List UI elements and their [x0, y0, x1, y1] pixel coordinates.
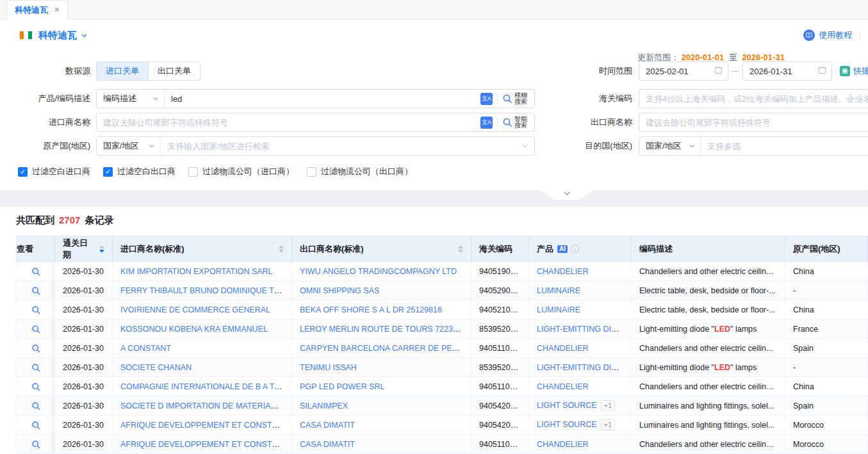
- product-keyword-input[interactable]: [165, 90, 480, 108]
- filter-checkbox[interactable]: ✓过滤空白进口商: [18, 166, 90, 177]
- info-icon[interactable]: i: [571, 245, 579, 253]
- cell-hs-code: 9405420000: [471, 416, 529, 435]
- checkbox-icon[interactable]: ✓: [18, 167, 28, 177]
- view-detail-icon[interactable]: [31, 325, 40, 334]
- exporter-link[interactable]: BEKA OFF SHORE S A L DR 25129816: [300, 305, 442, 314]
- importer-name-input[interactable]: [97, 113, 480, 131]
- checkbox-icon[interactable]: [188, 167, 198, 177]
- cell-description: Chandeliers and other electric ceiling..…: [632, 262, 785, 281]
- more-products-badge[interactable]: +1: [601, 419, 616, 430]
- column-header[interactable]: 出口商名称(标准): [292, 236, 471, 262]
- exporter-name-field[interactable]: [639, 113, 868, 132]
- exporter-link[interactable]: PGP LED POWER SRL: [300, 382, 384, 391]
- exporter-name-input[interactable]: [639, 113, 868, 131]
- filter-checkbox[interactable]: 过滤物流公司（进口商）: [188, 166, 294, 177]
- exporter-link[interactable]: YIWU ANGELO TRADINGCOMPAGNY LTD: [300, 267, 457, 276]
- sort-control[interactable]: [99, 245, 104, 253]
- importer-link[interactable]: A CONSTANT: [120, 344, 171, 353]
- exporter-link[interactable]: CARPYEN BARCELONA CARRER DE PERE IV: [300, 344, 471, 353]
- exporter-link[interactable]: OMNI SHIPPING SAS: [300, 286, 379, 295]
- cell-origin: -: [785, 281, 868, 300]
- checkbox-icon[interactable]: ✓: [103, 167, 113, 177]
- divider: [497, 93, 498, 104]
- chevron-down-icon[interactable]: [81, 32, 88, 39]
- destination-country-select[interactable]: 国家/地区: [639, 137, 701, 155]
- hs-code-field[interactable]: [639, 89, 868, 108]
- view-detail-icon[interactable]: [31, 382, 40, 391]
- product-link[interactable]: LUMINAIRE: [537, 305, 580, 314]
- exporter-link[interactable]: LEROY MERLIN ROUTE DE TOURS 72230 M: [300, 325, 466, 334]
- importer-link[interactable]: KIM IMPORTATION EXPORTATION SARL: [120, 267, 273, 276]
- importer-link[interactable]: COMPAGNIE INTERNATIONALE DE B A T E R: [120, 382, 290, 391]
- product-link[interactable]: LUMINAIRE: [537, 286, 580, 295]
- hs-code-label: 海关编码: [580, 93, 639, 104]
- tab-cote-divoire[interactable]: 科特迪瓦 ✕: [6, 0, 68, 20]
- tab-label: 科特迪瓦: [15, 4, 48, 16]
- quick-select-icon: [840, 66, 850, 76]
- product-link[interactable]: LIGHT-EMITTING DIODE: [537, 363, 628, 372]
- translate-icon[interactable]: 文A: [480, 117, 493, 129]
- exporter-link[interactable]: CASA DIMATIT: [300, 421, 355, 430]
- importer-link[interactable]: FERRY THIBAULT BRUNO DOMINIQUE THO...: [120, 286, 292, 295]
- product-type-select[interactable]: 编码描述: [97, 90, 165, 108]
- view-detail-icon[interactable]: [31, 421, 40, 430]
- view-detail-icon[interactable]: [31, 305, 40, 314]
- cell-exporter: YIWU ANGELO TRADINGCOMPAGNY LTD: [292, 262, 471, 281]
- view-detail-icon[interactable]: [31, 401, 40, 410]
- date-to-field[interactable]: [742, 61, 832, 81]
- view-detail-icon[interactable]: [31, 363, 40, 372]
- product-link[interactable]: CHANDELIER: [537, 382, 589, 391]
- column-header: 海关编码: [471, 236, 529, 262]
- destination-country-input[interactable]: [701, 137, 868, 155]
- importer-link[interactable]: SOCIETE CHANAN: [120, 363, 192, 372]
- origin-country-select[interactable]: 国家/地区: [97, 137, 161, 155]
- product-link[interactable]: CHANDELIER: [537, 344, 589, 353]
- fuzzy-search-button[interactable]: 模糊搜索: [502, 92, 534, 105]
- date-from-field[interactable]: [639, 61, 728, 81]
- translate-icon[interactable]: 文A: [480, 93, 493, 105]
- product-link[interactable]: CHANDELIER: [537, 440, 589, 449]
- filter-checkbox[interactable]: ✓过滤空白出口商: [103, 166, 176, 177]
- view-detail-icon[interactable]: [31, 286, 40, 295]
- table-row: 2026-01-30A CONSTANTCARPYEN BARCELONA CA…: [17, 339, 868, 358]
- importer-link[interactable]: AFRIQUE DEVELOPPEMENT ET CONSTRUCT...: [120, 421, 292, 430]
- importer-link[interactable]: AFRIQUE DEVELOPPEMENT ET CONSTRUCT...: [120, 440, 292, 449]
- chevron-down-icon[interactable]: [521, 142, 528, 151]
- cell-exporter: OMNI SHIPPING SAS: [292, 281, 471, 300]
- view-detail-icon[interactable]: [31, 344, 40, 353]
- product-link[interactable]: LIGHT SOURCE: [537, 401, 597, 410]
- filter-checkbox[interactable]: 过滤物流公司（出口商）: [307, 166, 413, 177]
- product-link[interactable]: LIGHT-EMITTING DIODE: [537, 325, 628, 334]
- view-detail-icon[interactable]: [31, 267, 40, 276]
- exporter-link[interactable]: CASA DIMATIT: [300, 440, 355, 449]
- date-to-input[interactable]: [743, 62, 818, 80]
- date-from-input[interactable]: [639, 62, 714, 80]
- checkbox-icon[interactable]: [307, 167, 316, 177]
- product-link[interactable]: LIGHT SOURCE: [537, 420, 597, 429]
- exporter-link[interactable]: SILANIMPEX: [300, 401, 348, 410]
- product-link[interactable]: CHANDELIER: [537, 267, 589, 276]
- quick-select-button[interactable]: 快捷选择: [840, 65, 868, 77]
- column-header: 查看: [17, 236, 55, 262]
- importer-link[interactable]: IVOIRIENNE DE COMMERCE GENERAL: [120, 305, 270, 314]
- cote-divoire-flag-icon: [19, 31, 33, 40]
- cell-origin: Morocco: [785, 416, 868, 435]
- sort-control[interactable]: [458, 245, 463, 253]
- tutorial-link[interactable]: 使用教程: [803, 29, 852, 41]
- origin-country-input[interactable]: [161, 137, 521, 155]
- importer-link[interactable]: SOCIETE D IMPORTATION DE MATERIAUX E...: [120, 401, 292, 410]
- data-source-option[interactable]: 出口关单: [148, 62, 200, 80]
- hs-code-input[interactable]: [639, 90, 868, 108]
- view-detail-icon[interactable]: [31, 440, 40, 449]
- data-source-label: 数据源: [0, 65, 96, 77]
- sort-control[interactable]: [279, 245, 284, 253]
- data-source-option[interactable]: 进口关单: [97, 62, 148, 80]
- column-header[interactable]: 通关日期: [55, 236, 113, 262]
- smart-search-button[interactable]: 智能搜索: [502, 116, 534, 129]
- importer-link[interactable]: KOSSONOU KOBENA KRA EMMANUEL: [120, 325, 268, 334]
- exporter-link[interactable]: TENIMU ISSAH: [300, 363, 357, 372]
- close-icon[interactable]: ✕: [54, 6, 60, 14]
- more-products-badge[interactable]: +1: [601, 400, 616, 411]
- cell-date: 2026-01-30: [55, 435, 113, 454]
- column-header[interactable]: 进口商名称(标准): [113, 236, 292, 262]
